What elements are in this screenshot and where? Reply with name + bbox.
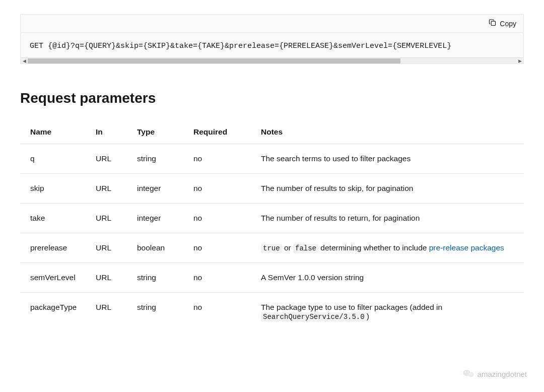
table-row: take URL integer no The number of result…: [20, 204, 524, 233]
table-row: skip URL integer no The number of result…: [20, 174, 524, 204]
cell-in: URL: [96, 174, 137, 204]
code-block-header: Copy: [21, 15, 523, 33]
cell-in: URL: [96, 263, 137, 293]
cell-name: skip: [20, 174, 96, 204]
cell-in: URL: [96, 293, 137, 332]
header-name: Name: [20, 120, 96, 144]
cell-notes: The number of results to return, for pag…: [261, 204, 524, 233]
code-content[interactable]: GET {@id}?q={QUERY}&skip={SKIP}&take={TA…: [21, 33, 523, 57]
cell-name: q: [20, 144, 96, 174]
cell-type: integer: [137, 204, 193, 233]
cell-in: URL: [96, 144, 137, 174]
cell-notes: The search terms to used to filter packa…: [261, 144, 524, 174]
notes-text: ): [367, 312, 369, 320]
cell-name: prerelease: [20, 233, 96, 263]
code-block: Copy GET {@id}?q={QUERY}&skip={SKIP}&tak…: [20, 14, 524, 64]
pre-release-packages-link[interactable]: pre-release packages: [429, 243, 504, 252]
cell-notes: The number of results to skip, for pagin…: [261, 174, 524, 204]
cell-required: no: [193, 144, 261, 174]
cell-required: no: [193, 263, 261, 293]
table-row: q URL string no The search terms to used…: [20, 144, 524, 174]
cell-type: string: [137, 263, 193, 293]
cell-name: packageType: [20, 293, 96, 332]
table-row: prerelease URL boolean no true or false …: [20, 233, 524, 263]
cell-type: string: [137, 293, 193, 332]
cell-notes: A SemVer 1.0.0 version string: [261, 263, 524, 293]
cell-required: no: [193, 174, 261, 204]
table-header-row: Name In Type Required Notes: [20, 120, 524, 144]
header-notes: Notes: [261, 120, 524, 144]
cell-required: no: [193, 233, 261, 263]
svg-rect-0: [492, 21, 496, 25]
header-required: Required: [193, 120, 261, 144]
header-in: In: [96, 120, 137, 144]
cell-notes: The package type to use to filter packag…: [261, 293, 524, 332]
inline-code: true: [261, 244, 282, 253]
cell-notes: true or false determining whether to inc…: [261, 233, 524, 263]
cell-in: URL: [96, 204, 137, 233]
cell-required: no: [193, 204, 261, 233]
scroll-thumb[interactable]: [28, 58, 400, 63]
notes-text: The package type to use to filter packag…: [261, 303, 442, 311]
notes-text: determining whether to include: [318, 243, 429, 252]
copy-button-label: Copy: [500, 20, 516, 28]
notes-text: or: [282, 243, 293, 252]
scroll-arrow-right-icon[interactable]: ▶: [516, 58, 523, 64]
cell-required: no: [193, 293, 261, 332]
horizontal-scrollbar[interactable]: ◀ ▶: [21, 57, 523, 63]
copy-button[interactable]: Copy: [482, 15, 523, 32]
cell-type: integer: [137, 174, 193, 204]
cell-type: boolean: [137, 233, 193, 263]
cell-type: string: [137, 144, 193, 174]
code-text: GET {@id}?q={QUERY}&skip={SKIP}&take={TA…: [30, 42, 514, 50]
inline-code: SearchQueryService/3.5.0: [261, 312, 367, 321]
section-heading: Request parameters: [20, 90, 524, 106]
table-row: semVerLevel URL string no A SemVer 1.0.0…: [20, 263, 524, 293]
cell-in: URL: [96, 233, 137, 263]
cell-name: take: [20, 204, 96, 233]
parameters-table: Name In Type Required Notes q URL string…: [20, 120, 524, 331]
cell-name: semVerLevel: [20, 263, 96, 293]
scroll-arrow-left-icon[interactable]: ◀: [21, 58, 28, 64]
header-type: Type: [137, 120, 193, 144]
inline-code: false: [293, 244, 318, 253]
table-row: packageType URL string no The package ty…: [20, 293, 524, 332]
copy-icon: [489, 19, 497, 28]
